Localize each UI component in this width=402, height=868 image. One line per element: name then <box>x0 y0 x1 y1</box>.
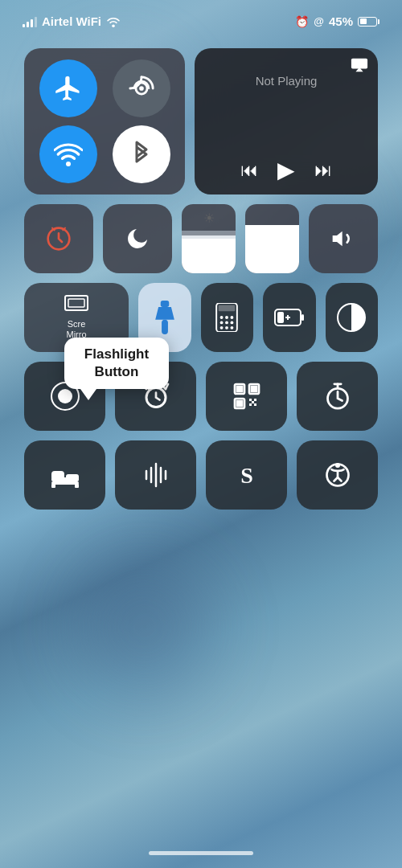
accessibility-button[interactable] <box>297 440 378 510</box>
not-playing-label: Not Playing <box>256 74 318 88</box>
svg-rect-40 <box>75 484 79 488</box>
flashlight-tooltip: FlashlightButton <box>64 338 169 400</box>
svg-point-13 <box>220 321 224 325</box>
svg-point-11 <box>225 316 228 319</box>
volume-button[interactable] <box>309 204 378 273</box>
calculator-button[interactable] <box>201 283 254 352</box>
portrait-lock-icon <box>46 226 72 252</box>
portrait-lock-button[interactable] <box>24 204 93 273</box>
speaker-icon <box>330 226 356 252</box>
svg-text:S: S <box>240 463 253 488</box>
media-controls: ⏮ ▶ ⏭ <box>240 157 332 183</box>
brightness-slider[interactable]: ☀ <box>182 204 236 273</box>
svg-point-15 <box>231 321 234 325</box>
grayscale-icon <box>336 302 367 333</box>
svg-rect-32 <box>252 387 256 391</box>
next-button[interactable]: ⏭ <box>314 160 332 181</box>
carrier-name: Airtel WiFi <box>42 14 101 28</box>
svg-point-1 <box>139 86 144 91</box>
connectivity-panel <box>24 48 185 194</box>
svg-rect-7 <box>162 320 168 334</box>
tooltip-text: FlashlightButton <box>84 346 149 379</box>
airplay-icon <box>351 56 368 74</box>
shazam-button[interactable]: S <box>206 440 287 510</box>
moon-icon <box>125 226 150 252</box>
svg-point-12 <box>231 316 234 319</box>
battery-icon <box>358 17 379 27</box>
svg-rect-38 <box>66 474 79 481</box>
calculator-icon <box>212 303 241 332</box>
wifi-status-icon <box>106 16 121 27</box>
tooltip-arrow <box>80 389 96 400</box>
bluetooth-icon <box>130 140 153 169</box>
svg-point-17 <box>225 326 228 330</box>
svg-rect-5 <box>68 299 84 307</box>
svg-point-14 <box>225 321 228 325</box>
control-center: Not Playing ⏮ ▶ ⏭ <box>24 48 378 510</box>
battery-low-icon <box>274 307 305 328</box>
now-playing-panel: Not Playing ⏮ ▶ ⏭ <box>195 48 378 194</box>
svg-rect-33 <box>237 401 242 406</box>
qr-icon <box>232 382 261 411</box>
airplane-icon <box>54 74 83 103</box>
accessibility-icon <box>323 461 352 489</box>
alarm-status-icon: ⏰ <box>295 15 309 28</box>
status-right: ⏰ @ 45% <box>295 14 379 28</box>
battery-percentage: 45% <box>329 14 353 28</box>
status-left: Airtel WiFi <box>23 14 121 28</box>
sleep-button[interactable] <box>24 440 105 510</box>
play-button[interactable]: ▶ <box>277 157 295 183</box>
qr-scanner-button[interactable] <box>206 362 287 431</box>
bluetooth-button[interactable] <box>113 125 170 183</box>
svg-point-10 <box>220 316 224 319</box>
sleep-icon <box>50 461 80 489</box>
status-bar: Airtel WiFi ⏰ @ 45% <box>0 14 402 28</box>
home-indicator[interactable] <box>149 851 253 855</box>
svg-rect-37 <box>51 471 64 481</box>
airplay-button[interactable] <box>351 56 368 74</box>
svg-point-18 <box>231 326 234 330</box>
cellular-icon <box>128 75 155 102</box>
grayscale-button[interactable] <box>326 283 379 352</box>
svg-point-2 <box>66 162 71 166</box>
cellular-button[interactable] <box>113 59 170 117</box>
low-power-button[interactable] <box>263 283 316 352</box>
svg-rect-36 <box>51 481 79 485</box>
soundwave-icon <box>142 461 170 489</box>
shazam-icon: S <box>232 461 261 489</box>
svg-point-16 <box>220 326 224 330</box>
svg-rect-9 <box>219 305 236 312</box>
svg-rect-21 <box>277 312 284 323</box>
svg-rect-39 <box>51 484 55 488</box>
sound-recognition-button[interactable] <box>115 440 196 510</box>
row5: S <box>24 440 378 510</box>
screen-mirror-icon <box>64 295 88 314</box>
top-row: Not Playing ⏮ ▶ ⏭ <box>24 48 378 194</box>
svg-rect-6 <box>161 301 170 307</box>
airplane-mode-button[interactable] <box>39 59 97 117</box>
timer-button[interactable] <box>297 362 378 431</box>
location-icon: @ <box>314 15 324 27</box>
wifi-toggle-button[interactable] <box>39 125 97 183</box>
svg-rect-20 <box>302 314 304 321</box>
wifi-toggle-icon <box>54 140 83 169</box>
signal-icon <box>23 16 37 27</box>
dark-mode-button[interactable] <box>103 204 172 273</box>
prev-button[interactable]: ⏮ <box>240 160 258 181</box>
timer-icon <box>323 382 352 411</box>
tooltip-bubble: FlashlightButton <box>64 338 169 389</box>
row2: ☀ <box>24 204 378 273</box>
svg-rect-31 <box>237 387 242 391</box>
volume-slider[interactable] <box>245 204 299 273</box>
flashlight-icon <box>152 301 178 334</box>
